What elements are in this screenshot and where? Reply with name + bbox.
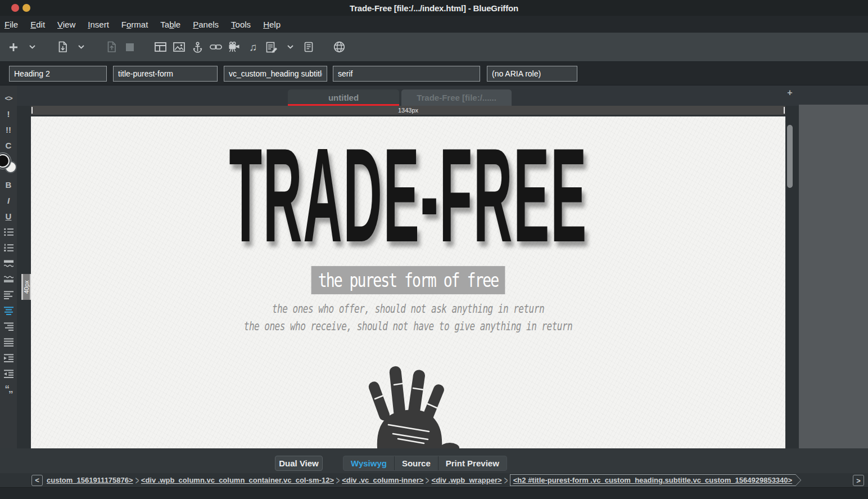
menu-table[interactable]: Table [160, 20, 180, 29]
numbered-list-icon[interactable] [0, 240, 17, 255]
overline-style-icon[interactable] [0, 271, 17, 287]
page-heading-wrap: TRADE-FREE [31, 139, 785, 251]
emphasis-icon[interactable]: ! [0, 106, 17, 122]
view-mode-switcher: Wysiwyg Source Print Preview [343, 456, 507, 471]
breadcrumb-segment-current[interactable]: <h2 #title-purest-form .vc_custom_headin… [510, 474, 801, 486]
italic-icon[interactable]: I [0, 192, 17, 208]
vertical-ruler: 40px [21, 274, 31, 300]
add-chevron-icon[interactable] [25, 41, 39, 54]
add-icon[interactable] [7, 41, 20, 54]
breadcrumb: custom_1561911175876> > <div .wpb_column… [47, 474, 801, 486]
menu-panels[interactable]: Panels [193, 20, 219, 29]
close-window-button[interactable] [11, 4, 19, 12]
main-toolbar: ♫ [0, 33, 868, 62]
breadcrumb-segment[interactable]: <div .wpb_column.vc_column_container.vc_… [141, 476, 334, 484]
align-left-icon[interactable] [0, 287, 17, 303]
element-attribute-bar [0, 62, 868, 86]
right-panel [799, 105, 868, 473]
insert-image-icon[interactable] [172, 41, 186, 54]
wysiwyg-mode-button[interactable]: Wysiwyg [343, 456, 395, 470]
breadcrumb-back-button[interactable]: < [31, 475, 43, 486]
minimize-window-button[interactable] [22, 4, 30, 12]
breadcrumb-segment[interactable]: <div .vc_column-inner> [342, 476, 423, 484]
save-icon[interactable] [123, 41, 137, 54]
page-heading[interactable]: TRADE-FREE [229, 118, 587, 272]
tagline-line-1: the ones who offer, should not ask anyth… [31, 300, 785, 317]
aria-role-field[interactable] [487, 66, 577, 82]
new-tab-button[interactable]: + [785, 88, 795, 98]
insert-audio-icon[interactable]: ♫ [246, 41, 260, 54]
open-document-icon[interactable] [105, 41, 118, 54]
align-justify-icon[interactable] [0, 334, 17, 350]
menu-view[interactable]: View [57, 20, 75, 29]
horizontal-ruler: 1343px [31, 106, 785, 115]
source-mode-button[interactable]: Source [395, 456, 438, 470]
insert-comment-icon[interactable] [302, 41, 315, 54]
print-preview-mode-button[interactable]: Print Preview [438, 456, 507, 470]
color-picker-icon[interactable] [0, 153, 17, 177]
bullet-list-icon[interactable] [0, 224, 17, 240]
status-strip [0, 488, 868, 499]
browser-preview-globe-icon[interactable] [332, 41, 346, 54]
breadcrumb-separator-icon: > [336, 474, 340, 486]
handprint-image [367, 364, 465, 448]
element-font-field[interactable] [333, 66, 480, 82]
tab-untitled[interactable]: untitled [288, 89, 399, 106]
new-document-icon[interactable] [56, 41, 69, 54]
breadcrumb-separator-icon: > [426, 474, 430, 486]
breadcrumb-forward-button[interactable]: > [853, 475, 864, 486]
menu-bar: File Edit View Insert Format Table Panel… [0, 16, 868, 33]
element-class-field[interactable] [224, 66, 327, 82]
element-height-label: 40px [23, 280, 30, 294]
vertical-scrollbar[interactable] [786, 116, 794, 448]
window-title: Trade-Free [file:/.../index.html] - Blue… [350, 3, 518, 13]
tab-trade-free[interactable]: Trade-Free [file:/...... [401, 89, 512, 106]
document-tab-bar: untitled Trade-Free [file:/...... + [0, 86, 868, 106]
insert-anchor-icon[interactable] [191, 41, 204, 54]
menu-help[interactable]: Help [263, 20, 281, 29]
indent-icon[interactable] [0, 350, 17, 366]
breadcrumb-separator-icon: > [135, 474, 139, 486]
dual-view-button[interactable]: Dual View [275, 456, 323, 471]
element-id-field[interactable] [113, 66, 218, 82]
selected-subtitle[interactable]: the purest form of free [311, 266, 505, 294]
format-sidebar: <> ! !! C B I U “„ [0, 86, 17, 448]
tagline-line-2: the ones who receive, should not have to… [31, 317, 785, 335]
menu-insert[interactable]: Insert [88, 20, 109, 29]
menu-edit[interactable]: Edit [30, 20, 45, 29]
bold-icon[interactable]: B [0, 177, 17, 192]
new-document-chevron-icon[interactable] [74, 41, 88, 54]
menu-tools[interactable]: Tools [231, 20, 251, 29]
insert-link-icon[interactable] [209, 41, 223, 54]
menu-format[interactable]: Format [121, 20, 148, 29]
dom-breadcrumb-bar: < custom_1561911175876> > <div .wpb_colu… [0, 473, 868, 488]
page-tagline[interactable]: the ones who offer, should not ask anyth… [31, 300, 785, 335]
title-bar: Trade-Free [file:/.../index.html] - Blue… [0, 0, 868, 16]
selected-subtitle-wrap: the purest form of free [31, 269, 785, 291]
underline-icon[interactable]: U [0, 208, 17, 224]
menu-file[interactable]: File [4, 20, 18, 29]
wysiwyg-canvas[interactable]: TRADE-FREE the purest form of free the o… [31, 116, 785, 448]
breadcrumb-segment[interactable]: custom_1561911175876> [47, 476, 133, 484]
underline-style-icon[interactable] [0, 255, 17, 271]
element-width-label: 1343px [398, 107, 418, 114]
view-mode-bar: Dual View Wysiwyg Source Print Preview [0, 448, 868, 473]
insert-form-chevron-icon[interactable] [283, 41, 297, 54]
class-style-icon[interactable]: C [0, 137, 17, 153]
source-markup-icon[interactable]: <> [0, 90, 17, 106]
align-right-icon[interactable] [0, 318, 17, 334]
insert-table-icon[interactable] [153, 41, 167, 54]
breadcrumb-separator-icon: > [504, 474, 508, 486]
outdent-icon[interactable] [0, 366, 17, 381]
breadcrumb-segment[interactable]: <div .wpb_wrapper> [432, 476, 502, 484]
insert-form-icon[interactable] [265, 41, 278, 54]
scrollbar-thumb[interactable] [787, 125, 793, 188]
strong-emphasis-icon[interactable]: !! [0, 122, 17, 137]
element-type-field[interactable] [9, 66, 107, 82]
insert-video-icon[interactable] [228, 41, 241, 54]
blockquote-icon[interactable]: “„ [0, 381, 17, 397]
align-center-icon[interactable] [0, 303, 17, 318]
